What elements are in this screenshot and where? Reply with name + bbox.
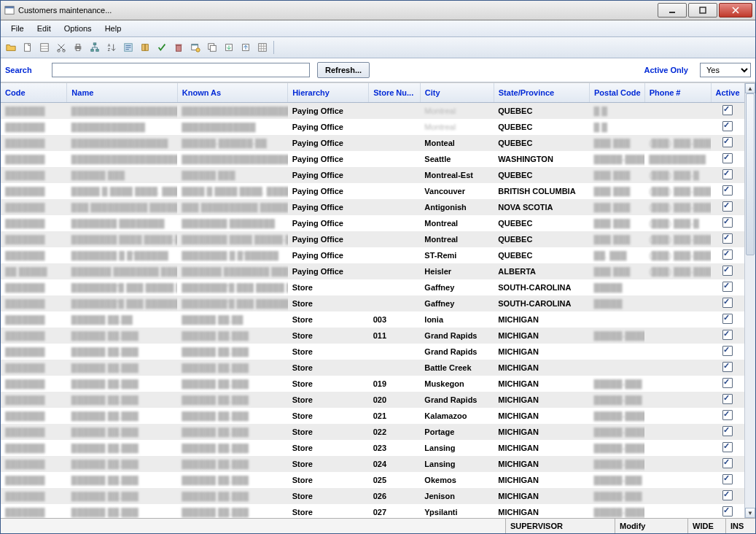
active-checkbox[interactable] [722,153,733,163]
scroll-up-icon[interactable]: ▲ [745,83,755,93]
col-name[interactable]: Name [67,83,177,103]
table-row[interactable]: █████████████ ██.████████ ██.██Store003I… [1,312,745,328]
menu-edit[interactable]: Edit [31,23,57,34]
active-checkbox[interactable] [722,458,733,468]
print-icon[interactable] [71,40,85,55]
open-folder-icon[interactable] [4,40,18,55]
table-row[interactable]: █████████████ █████████ ███Paying Office… [1,167,745,183]
maximize-button[interactable] [688,3,717,18]
table-row[interactable]: ███████████████ █ █'██████████████ █ █'█… [1,247,745,263]
window-copy-icon[interactable] [205,40,219,55]
active-checkbox[interactable] [722,426,733,436]
filter-icon[interactable] [121,40,136,55]
import-icon[interactable] [238,40,253,55]
window-new-icon[interactable] [188,40,203,55]
active-checkbox[interactable] [722,490,733,500]
active-checkbox[interactable] [722,217,733,228]
table-row[interactable]: █████████████████████████████████Paying … [1,119,745,135]
active-checkbox[interactable] [722,249,733,260]
table-row[interactable]: ████████████ █ ████ ████. █████████ █ ██… [1,183,745,199]
active-checkbox[interactable] [722,410,733,420]
active-checkbox[interactable] [722,201,733,212]
active-checkbox[interactable] [722,314,733,324]
table-row[interactable]: █████████████ ██.█████████ ██.███Store02… [1,472,745,488]
table-row[interactable]: ██ ████████████ ████████ ██████ ████████… [1,263,745,279]
search-input[interactable] [52,63,310,77]
active-checkbox[interactable] [722,121,733,131]
table-row[interactable]: █████████████ ██.█████████ ██.███Store02… [1,424,745,440]
col-active[interactable]: Active [711,83,744,103]
active-checkbox[interactable] [722,474,733,484]
cell-state: ALBERTA [494,263,589,279]
active-checkbox[interactable] [722,282,733,292]
vertical-scrollbar[interactable]: ▲ ▼ [744,83,755,518]
col-code[interactable]: Code [1,83,67,103]
sheet-icon[interactable] [37,40,52,55]
col-phone[interactable]: Phone # [644,83,711,103]
menu-file[interactable]: File [5,23,30,34]
table-row[interactable]: ███████████████'█ ███ ████████████████'█… [1,295,745,312]
active-checkbox[interactable] [722,185,733,196]
active-checkbox[interactable] [722,330,733,340]
col-state[interactable]: State/Province [494,83,589,103]
active-checkbox[interactable] [722,105,733,115]
table-row[interactable]: █████████████ ██.█████████ ██.███Store02… [1,392,745,408]
sort-icon[interactable]: AZ [104,40,119,55]
table-row[interactable]: ████████████████████████████████████████… [1,103,745,120]
active-checkbox[interactable] [722,169,733,179]
active-checkbox[interactable] [722,394,733,404]
table-row[interactable]: ██████████ ██████████ ████████ █████████… [1,199,745,215]
active-only-select[interactable]: Yes [700,63,751,77]
cell-known-as: ████████'█ ███ ████████ [177,295,287,312]
active-checkbox[interactable] [722,378,733,388]
col-postal[interactable]: Postal Code [590,83,645,103]
col-known-as[interactable]: Known As [177,83,287,103]
grid-icon[interactable] [255,40,270,55]
active-checkbox[interactable] [722,233,733,244]
table-row[interactable]: █████████████ ██.█████████ ██.███Store02… [1,408,745,424]
cut-icon[interactable] [54,40,69,55]
scroll-down-icon[interactable]: ▼ [745,508,755,518]
minimize-button[interactable] [658,3,687,18]
col-city[interactable]: City [420,83,494,103]
hierarchy-icon[interactable] [87,40,102,55]
table-row[interactable]: █████████████ ██.█████████ ██.███StoreGr… [1,344,745,360]
active-checkbox[interactable] [722,266,733,276]
data-grid[interactable]: Code Name Known As Hierarchy Store Nu...… [1,82,755,518]
cell-hierarchy: Paying Office [288,183,369,199]
menu-options[interactable]: Options [58,23,98,34]
cell-store-no: 011 [369,328,421,344]
active-checkbox[interactable] [722,362,733,372]
cell-code: ██ █████ [1,263,67,279]
table-row[interactable]: █████████████ ██.█████████ ██.███StoreBa… [1,360,745,376]
table-row[interactable]: █████████████ ██.█████████ ██.███Store02… [1,488,745,504]
table-row[interactable]: █████████████ ██.█████████ ██.███Store02… [1,440,745,456]
menu-help[interactable]: Help [99,23,128,34]
new-doc-icon[interactable] [20,40,35,55]
col-store-no[interactable]: Store Nu... [369,83,421,103]
col-hierarchy[interactable]: Hierarchy [288,83,369,103]
table-row[interactable]: ███████████████ ████████████████ ███████… [1,215,745,231]
table-row[interactable]: █████████████ ██.█████████ ██.███Store01… [1,376,745,392]
active-checkbox[interactable] [722,346,733,356]
refresh-button[interactable]: Refresh... [317,62,370,78]
table-row[interactable]: █████████████ ██.█████████ ██.███Store01… [1,328,745,344]
table-row[interactable]: █████████████ ██.█████████ ██.███Store02… [1,504,745,518]
table-row[interactable]: ██████████████████████████████-██████-██… [1,135,745,151]
active-checkbox[interactable] [722,442,733,452]
active-checkbox[interactable] [722,298,733,308]
table-row[interactable]: ████████████████████████████████████████… [1,151,745,167]
scroll-thumb[interactable] [746,93,755,255]
export-icon[interactable] [222,40,236,55]
cell-phone [644,504,711,518]
table-row[interactable]: ███████████████'█ ███ █████ ████████████… [1,279,745,295]
table-row[interactable]: █████████████ ██.█████████ ██.███Store02… [1,456,745,472]
active-checkbox[interactable] [722,506,733,516]
apply-icon[interactable] [155,40,169,55]
table-row[interactable]: ███████████████ ████ █████-█████-███████… [1,231,745,247]
book-icon[interactable] [138,40,152,55]
cell-active [711,295,744,312]
close-button[interactable] [719,3,752,18]
active-checkbox[interactable] [722,137,733,147]
trash-icon[interactable] [171,40,186,55]
